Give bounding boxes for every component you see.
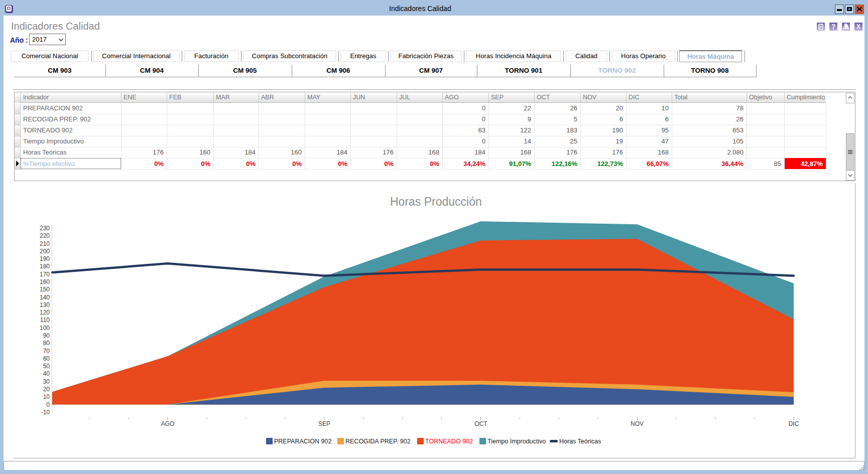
svg-text:SEP: SEP	[318, 420, 330, 427]
svg-text:230: 230	[40, 225, 50, 232]
svg-text:180: 180	[40, 263, 50, 270]
svg-text:OCT: OCT	[474, 420, 487, 427]
svg-text:50: 50	[43, 363, 50, 370]
svg-text:40: 40	[43, 370, 50, 377]
svg-text:220: 220	[40, 232, 50, 239]
svg-text:210: 210	[40, 240, 50, 247]
svg-text:90: 90	[43, 332, 50, 339]
svg-text:70: 70	[43, 348, 50, 355]
svg-text:30: 30	[43, 378, 50, 385]
svg-text:150: 150	[40, 286, 50, 293]
svg-text:NOV: NOV	[631, 420, 644, 427]
svg-text:-10: -10	[41, 409, 50, 416]
svg-text:0: 0	[46, 401, 50, 408]
svg-text:AGO: AGO	[161, 420, 175, 427]
svg-text:10: 10	[43, 393, 50, 400]
svg-text:120: 120	[40, 309, 50, 316]
svg-text:190: 190	[40, 255, 50, 262]
svg-text:160: 160	[40, 278, 50, 285]
svg-text:80: 80	[43, 340, 50, 347]
svg-text:110: 110	[40, 317, 50, 324]
svg-text:100: 100	[40, 325, 50, 332]
svg-text:60: 60	[43, 355, 50, 362]
svg-text:200: 200	[40, 248, 50, 255]
svg-text:170: 170	[40, 271, 50, 278]
svg-text:20: 20	[43, 386, 50, 393]
svg-text:140: 140	[40, 294, 50, 301]
svg-text:130: 130	[40, 301, 50, 308]
svg-text:DIC: DIC	[789, 420, 799, 427]
